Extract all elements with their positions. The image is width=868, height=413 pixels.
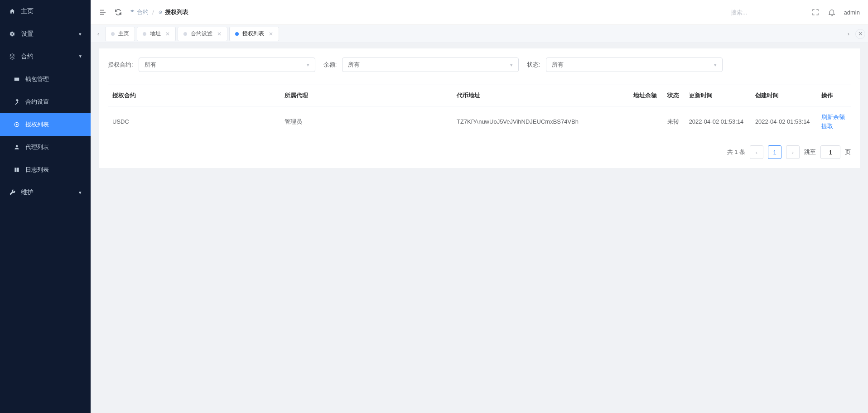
table-header-row: 授权合约 所属代理 代币地址 地址余额 状态 更新时间 创建时间 操作	[108, 85, 851, 106]
sidebar-item-maintenance[interactable]: 维护 ▾	[0, 181, 91, 204]
tab-home[interactable]: 主页	[105, 27, 135, 41]
tab-contract-setup[interactable]: 合约设置 ✕	[178, 27, 227, 41]
tabs-next-button[interactable]: ›	[844, 25, 854, 43]
contract-icon	[9, 53, 15, 60]
fullscreen-icon[interactable]	[811, 8, 820, 16]
pager-prev-button[interactable]: ‹	[750, 145, 763, 159]
pager-jump-label: 跳至	[804, 148, 816, 156]
tab-dot-icon	[235, 32, 239, 36]
topbar: 合约 / 授权列表 admin	[91, 0, 868, 25]
sidebar-item-settings[interactable]: 设置 ▾	[0, 23, 91, 45]
search-input[interactable]	[731, 9, 803, 16]
select-value: 所有	[145, 61, 156, 69]
pager-jump-input[interactable]	[820, 145, 840, 159]
menu-toggle-icon[interactable]	[99, 8, 107, 16]
user-icon	[14, 144, 20, 150]
close-icon[interactable]: ✕	[269, 31, 273, 37]
auth-table: 授权合约 所属代理 代币地址 地址余额 状态 更新时间 创建时间 操作 USDC…	[108, 85, 851, 137]
tabs-prev-button[interactable]: ‹	[93, 25, 103, 43]
select-balance[interactable]: 所有 ▾	[342, 58, 519, 72]
tool-icon	[14, 99, 20, 105]
cell-update-time: 2022-04-02 01:53:14	[685, 106, 751, 137]
close-icon[interactable]: ✕	[165, 31, 170, 37]
pagination: 共 1 条 ‹ 1 › 跳至 页	[108, 145, 851, 159]
sidebar-item-label: 维护	[21, 188, 34, 197]
th-update-time: 更新时间	[685, 85, 751, 106]
sidebar-item-label: 合约设置	[25, 98, 49, 106]
action-refresh-balance[interactable]: 刷新余额	[821, 113, 846, 122]
gear-icon	[9, 31, 15, 37]
chevron-down-icon: ▾	[79, 190, 82, 196]
sidebar-item-label: 代理列表	[25, 143, 49, 151]
th-actions: 操作	[817, 85, 851, 106]
sidebar-item-label: 日志列表	[25, 166, 49, 174]
chevron-up-icon: ▴	[79, 54, 82, 60]
tab-label: 授权列表	[242, 30, 264, 38]
svg-point-2	[16, 145, 18, 147]
refresh-icon[interactable]	[114, 8, 122, 16]
tabs-close-all-button[interactable]: ✕	[855, 29, 865, 39]
tab-dot-icon	[111, 32, 115, 36]
select-value: 所有	[552, 61, 564, 69]
sidebar-item-agent-list[interactable]: 代理列表	[0, 136, 91, 158]
tab-address[interactable]: 地址 ✕	[137, 27, 176, 41]
th-auth-contract: 授权合约	[108, 85, 280, 106]
tab-label: 主页	[118, 30, 129, 38]
sidebar-item-contract-setup[interactable]: 合约设置	[0, 91, 91, 113]
sidebar-item-label: 授权列表	[25, 120, 49, 129]
topbar-left: 合约 / 授权列表	[99, 8, 188, 16]
sidebar-item-contract[interactable]: 合约 ▴	[0, 45, 91, 68]
svg-point-4	[160, 12, 161, 13]
select-contract[interactable]: 所有 ▾	[139, 58, 315, 72]
table-row: USDC 管理员 TZ7KPAnuwUoJ5VeJVihNDJEUCmxBS74…	[108, 106, 851, 137]
tab-label: 合约设置	[191, 30, 212, 38]
cell-create-time: 2022-04-02 01:53:14	[751, 106, 817, 137]
breadcrumb-sep: /	[152, 9, 154, 16]
sidebar-item-wallet[interactable]: 钱包管理	[0, 68, 91, 91]
filters: 授权合约: 所有 ▾ 余额: 所有 ▾ 状态: 所有	[108, 58, 851, 72]
svg-point-1	[16, 124, 18, 125]
select-value: 所有	[348, 61, 360, 69]
cell-status: 未转	[663, 106, 685, 137]
bell-icon[interactable]	[828, 8, 836, 16]
pager-page-1[interactable]: 1	[768, 145, 781, 159]
pager-total: 共 1 条	[727, 148, 745, 156]
wallet-icon	[14, 76, 20, 82]
tab-dot-icon	[143, 32, 146, 36]
th-addr-balance: 地址余额	[629, 85, 663, 106]
user-menu[interactable]: admin	[844, 9, 860, 16]
content: 授权合约: 所有 ▾ 余额: 所有 ▾ 状态: 所有	[91, 43, 868, 413]
pager-next-button[interactable]: ›	[786, 145, 800, 159]
sidebar-item-label: 设置	[21, 30, 34, 38]
chevron-down-icon: ▾	[79, 31, 82, 37]
sidebar-item-home[interactable]: 主页	[0, 0, 91, 23]
close-icon[interactable]: ✕	[217, 31, 222, 37]
filter-label: 授权合约:	[108, 61, 133, 69]
sidebar-item-auth-list[interactable]: 授权列表	[0, 113, 91, 136]
action-withdraw[interactable]: 提取	[821, 122, 846, 131]
tab-auth-list[interactable]: 授权列表 ✕	[229, 27, 279, 41]
cell-addr-balance	[629, 106, 663, 137]
sidebar-item-log-list[interactable]: 日志列表	[0, 158, 91, 181]
filter-label: 状态:	[527, 61, 540, 69]
breadcrumb-current: 授权列表	[165, 8, 188, 16]
tab-dot-icon	[183, 32, 187, 36]
chevron-down-icon: ▾	[307, 62, 309, 68]
breadcrumb-icon	[130, 10, 135, 15]
sidebar: 主页 设置 ▾ 合约 ▴ 钱包管理 合约设置 授权列表 代理列表 日志列表 维护…	[0, 0, 91, 413]
main: 合约 / 授权列表 admin ‹ 主页 地址 ✕	[91, 0, 868, 413]
card: 授权合约: 所有 ▾ 余额: 所有 ▾ 状态: 所有	[99, 48, 860, 168]
chevron-down-icon: ▾	[510, 62, 513, 68]
cell-token-addr: TZ7KPAnuwUoJ5VeJVihNDJEUCmxBS74VBh	[452, 106, 629, 137]
book-icon	[14, 167, 20, 173]
select-status[interactable]: 所有 ▾	[546, 58, 723, 72]
filter-balance: 余额: 所有 ▾	[323, 58, 519, 72]
breadcrumb: 合约 / 授权列表	[130, 8, 188, 16]
sidebar-item-label: 合约	[21, 53, 34, 61]
filter-contract: 授权合约: 所有 ▾	[108, 58, 315, 72]
th-agent: 所属代理	[280, 85, 452, 106]
wrench-icon	[9, 189, 15, 196]
th-create-time: 创建时间	[751, 85, 817, 106]
tabs-bar: ‹ 主页 地址 ✕ 合约设置 ✕ 授权列表 ✕ › ✕	[91, 25, 868, 43]
breadcrumb-item[interactable]: 合约	[137, 8, 149, 16]
